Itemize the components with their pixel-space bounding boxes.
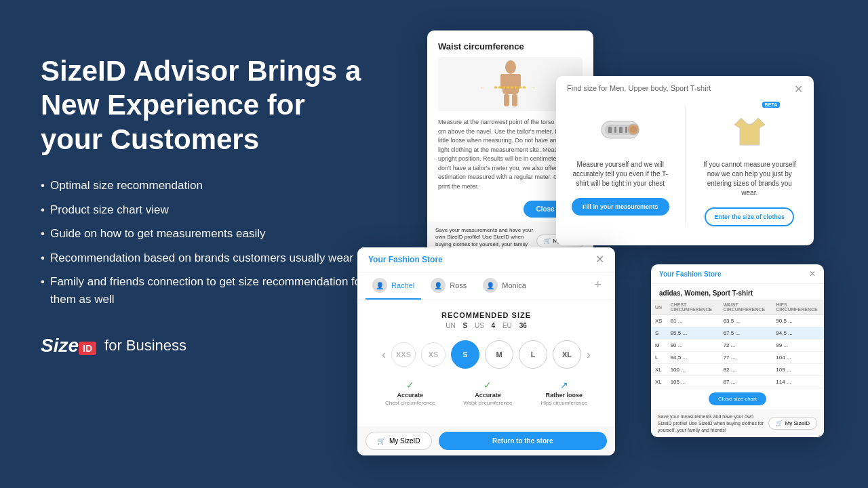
avatar-tab-ross[interactable]: 👤 Ross <box>424 272 473 300</box>
beta-badge: BETA <box>762 102 781 108</box>
eu-label: EU <box>502 322 512 329</box>
main-heading: SizeID Advisor Brings a New Experience f… <box>41 54 366 157</box>
size-modal-header: Your Fashion Store ✕ <box>357 247 615 272</box>
my-sizeid-button-chart[interactable]: 🛒 My SizeID <box>768 417 817 430</box>
chart-cell-waist: 82 ... <box>719 364 772 376</box>
my-sizeid-size-label: My SizeID <box>389 437 420 445</box>
chart-row: M 90 ... 72 ... 99 ... <box>651 340 824 352</box>
option-divider <box>685 106 686 226</box>
check-icon-waist: ✓ <box>484 380 492 390</box>
chart-modal-header: Your Fashion Store ✕ <box>651 264 824 284</box>
chart-cell-hips: 104 ... <box>772 352 824 364</box>
fill-measurements-option: Measure yourself and we will accurately … <box>570 106 671 226</box>
col-waist: WAIST CIRCUMFERENCE <box>719 300 772 315</box>
return-to-store-button[interactable]: Return to the store <box>439 432 607 450</box>
enter-size-option: BETA If you cannot measure yourself now … <box>699 106 801 226</box>
chart-cell-size: XS <box>651 315 667 327</box>
size-recommendation-modal: Your Fashion Store ✕ 👤 Rachel 👤 Ross 👤 M… <box>357 247 615 455</box>
waist-accuracy: ✓ Accurate Waist circumference <box>463 380 512 406</box>
chart-cell-waist: 67,5 ... <box>719 327 772 340</box>
choice-breadcrumb: Find size for Men, Upper body, Sport T-s… <box>567 84 711 92</box>
recommended-size-label: RECOMMENDED SIZE <box>371 311 601 319</box>
chest-accuracy: ✓ Accurate Chest circumference <box>385 380 435 406</box>
svg-point-0 <box>505 60 516 74</box>
chart-cell-chest: 100 ... <box>667 364 719 376</box>
chart-cell-hips: 109 ... <box>772 364 824 376</box>
prev-size-arrow[interactable]: ‹ <box>382 348 386 362</box>
close-size-chart-button[interactable]: Close size chart <box>709 392 766 405</box>
choice-options: Measure yourself and we will accurately … <box>556 95 814 237</box>
waist-modal-title: Waist circumference <box>438 41 583 52</box>
svg-rect-14 <box>625 127 627 133</box>
left-panel: SizeID Advisor Brings a New Experience f… <box>41 54 366 357</box>
sizeid-badge: ID <box>79 342 96 355</box>
us-value: 4 <box>492 322 496 329</box>
cart-icon-size: 🛒 <box>377 437 385 445</box>
arrow-icon-hips: ↗ <box>560 380 568 390</box>
svg-rect-5 <box>512 94 517 106</box>
svg-point-17 <box>630 126 637 133</box>
my-sizeid-button-size[interactable]: 🛒 My SizeID <box>366 432 432 450</box>
chart-cell-size: XL <box>651 376 667 388</box>
feature-item-1: Optimal size recommendation <box>41 177 366 195</box>
un-value: S <box>462 322 467 329</box>
chart-cell-chest: 105 ... <box>667 376 719 388</box>
hips-accuracy: ↗ Rather loose Hips circumference <box>541 380 587 406</box>
size-l-btn[interactable]: L <box>519 340 547 369</box>
chart-cell-size: S <box>651 327 667 340</box>
chart-cell-chest: 94,5 ... <box>667 352 719 364</box>
cart-icon-chart: 🛒 <box>776 420 783 426</box>
feature-item-2: Product size chart view <box>41 201 366 219</box>
fill-measurements-text: Measure yourself and we will accurately … <box>570 160 671 188</box>
chart-subtitle: adidas, Women, Sport T-shirt <box>651 284 824 300</box>
waist-figure-svg: ← → <box>477 59 545 110</box>
size-xs-btn[interactable]: XS <box>421 342 446 367</box>
chart-row: S 85,5 ... 67,5 ... 94,5 ... <box>651 327 824 340</box>
chart-cell-hips: 99 ... <box>772 340 824 352</box>
chart-cell-waist: 72 ... <box>719 340 772 352</box>
avatar-tab-rachel[interactable]: 👤 Rachel <box>366 272 421 300</box>
feature-item-5: Family and friends connection to get siz… <box>41 273 366 308</box>
avatar-tab-monica[interactable]: 👤 Monica <box>476 272 532 300</box>
feature-list: Optimal size recommendation Product size… <box>41 177 366 308</box>
chart-cell-waist: 63,5 ... <box>719 315 772 327</box>
chart-row: XS 81 ... 63,5 ... 90,5 ... <box>651 315 824 327</box>
svg-rect-13 <box>619 127 623 133</box>
svg-rect-12 <box>614 127 616 133</box>
size-m-btn[interactable]: M <box>485 340 513 369</box>
svg-rect-4 <box>504 94 509 106</box>
us-label: US <box>475 322 484 329</box>
shirt-icon: BETA <box>726 106 773 153</box>
size-xxs-btn[interactable]: XXS <box>391 342 416 367</box>
monica-avatar: 👤 <box>483 278 498 293</box>
accuracy-indicators: ✓ Accurate Chest circumference ✓ Accurat… <box>371 380 601 406</box>
close-chart-icon[interactable]: ✕ <box>809 270 816 278</box>
enter-size-button[interactable]: Enter the size of clothes <box>705 207 794 226</box>
size-chart-modal: Your Fashion Store ✕ adidas, Women, Spor… <box>651 264 824 437</box>
col-chest: CHEST CIRCUMFERENCE <box>667 300 719 315</box>
svg-rect-11 <box>608 127 612 133</box>
close-icon[interactable]: ✕ <box>794 84 803 95</box>
chart-cell-hips: 114 ... <box>772 376 824 388</box>
eu-value: 36 <box>519 322 527 329</box>
ross-label: Ross <box>450 281 467 289</box>
for-business-text: for Business <box>104 337 186 354</box>
check-icon-chest: ✓ <box>406 380 414 390</box>
avatar-tabs: 👤 Rachel 👤 Ross 👤 Monica + <box>357 272 615 300</box>
chest-label: Accurate <box>397 392 423 399</box>
waist-sub: Waist circumference <box>463 400 512 406</box>
chart-cell-hips: 94,5 ... <box>772 327 824 340</box>
size-xl-btn[interactable]: XL <box>553 340 581 369</box>
add-user-tab[interactable]: + <box>589 272 607 300</box>
fill-measurements-button[interactable]: Fill in your measurements <box>572 198 669 216</box>
next-size-arrow[interactable]: › <box>587 348 591 362</box>
feature-item-4: Recommendation based on brands customers… <box>41 249 366 267</box>
chart-row: XL 105 ... 87 ... 114 ... <box>651 376 824 388</box>
chart-cell-chest: 90 ... <box>667 340 719 352</box>
chart-footer: Save your measurements and have your own… <box>651 409 824 437</box>
close-size-modal-icon[interactable]: ✕ <box>595 254 604 265</box>
size-s-btn[interactable]: S <box>451 340 479 369</box>
monica-label: Monica <box>502 281 526 289</box>
ross-avatar: 👤 <box>431 278 446 293</box>
chart-cell-chest: 81 ... <box>667 315 719 327</box>
